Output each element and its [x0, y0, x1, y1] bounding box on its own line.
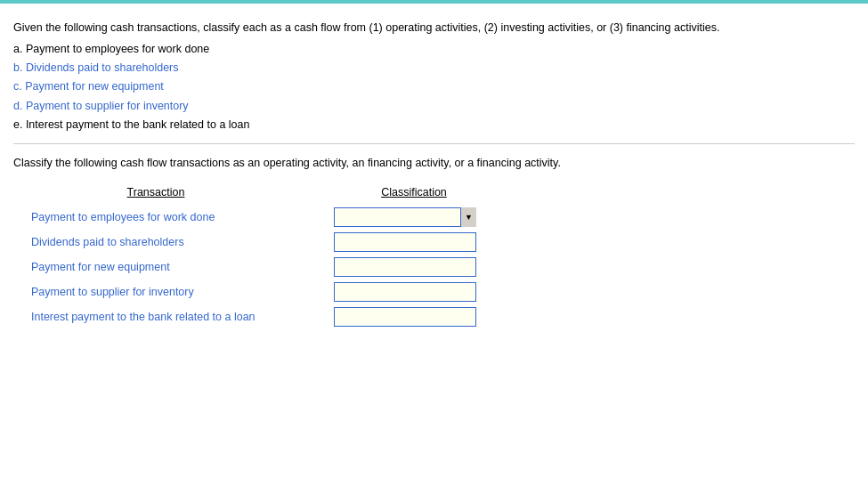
transaction-label-4: Payment to supplier for inventory [31, 286, 280, 298]
classify-rows: Payment to employees for work doneOperat… [31, 207, 855, 327]
classify-section: Classify the following cash flow transac… [13, 144, 855, 327]
classification-input-5[interactable] [334, 307, 476, 327]
transaction-label-5: Interest payment to the bank related to … [31, 311, 280, 323]
transaction-label-1: Payment to employees for work done [31, 211, 280, 223]
question-item-d: d. Payment to supplier for inventory [13, 97, 855, 116]
classification-input-wrapper-3 [334, 257, 476, 277]
table-header: Transaction Classification [31, 185, 855, 198]
question-item-c: c. Payment for new equipment [13, 77, 855, 96]
classification-input-3[interactable] [334, 257, 476, 277]
intro-text: Given the following cash transactions, c… [13, 20, 855, 36]
transaction-header: Transaction [31, 185, 280, 198]
classification-input-wrapper-1: Operating ActivityInvesting ActivityFina… [334, 207, 476, 227]
classification-input-wrapper-2 [334, 232, 476, 252]
classification-input-4[interactable] [334, 282, 476, 302]
classification-select-1[interactable]: Operating ActivityInvesting ActivityFina… [334, 207, 476, 227]
question-section: Given the following cash transactions, c… [13, 12, 855, 144]
classify-row-1: Payment to employees for work doneOperat… [31, 207, 855, 227]
transaction-header-label: Transaction [127, 186, 185, 198]
transaction-label-2: Dividends paid to shareholders [31, 236, 280, 248]
question-item-a: a. Payment to employees for work done [13, 40, 855, 59]
transaction-label-3: Payment for new equipment [31, 261, 280, 273]
content-area: Given the following cash transactions, c… [0, 4, 868, 341]
classify-row-5: Interest payment to the bank related to … [31, 307, 855, 327]
table-area: Transaction Classification Payment to em… [31, 185, 855, 327]
classify-title: Classify the following cash flow transac… [13, 157, 855, 169]
question-list: a. Payment to employees for work doneb. … [13, 40, 855, 134]
classification-header-label: Classification [381, 186, 447, 198]
classification-header: Classification [334, 185, 494, 198]
classify-row-4: Payment to supplier for inventory [31, 282, 855, 302]
classify-row-2: Dividends paid to shareholders [31, 232, 855, 252]
classification-input-2[interactable] [334, 232, 476, 252]
select-wrapper-1: Operating ActivityInvesting ActivityFina… [334, 207, 476, 227]
question-item-b: b. Dividends paid to shareholders [13, 59, 855, 77]
classification-input-wrapper-5 [334, 307, 476, 327]
question-item-e: e. Interest payment to the bank related … [13, 116, 855, 134]
classification-input-wrapper-4 [334, 282, 476, 302]
classify-row-3: Payment for new equipment [31, 257, 855, 277]
